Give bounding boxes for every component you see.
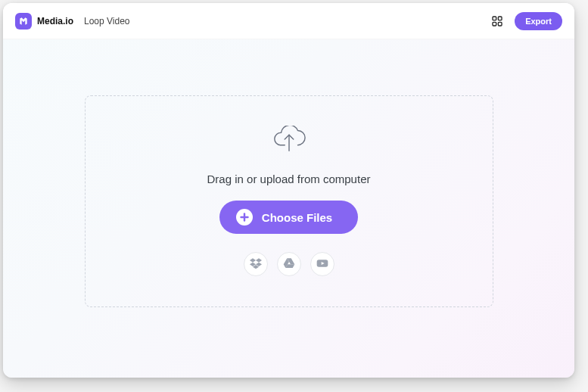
- svg-rect-1: [498, 17, 502, 20]
- dropbox-source-button[interactable]: [244, 252, 268, 276]
- header-bar: Media.io Loop Video Export: [3, 3, 574, 39]
- youtube-source-button[interactable]: [310, 252, 334, 276]
- brand-logo-icon: [15, 13, 32, 30]
- dropzone-instruction: Drag in or upload from computer: [207, 173, 371, 185]
- export-button[interactable]: Export: [515, 12, 562, 30]
- svg-rect-0: [493, 17, 496, 20]
- header-actions: Export: [490, 12, 562, 30]
- plus-circle-icon: [236, 209, 253, 226]
- dropbox-icon: [250, 257, 262, 272]
- apps-grid-icon[interactable]: [490, 14, 504, 28]
- cloud-upload-icon: [272, 126, 306, 156]
- google-drive-source-button[interactable]: [277, 252, 301, 276]
- choose-files-label: Choose Files: [262, 211, 332, 224]
- app-window: Media.io Loop Video Export: [3, 3, 574, 378]
- choose-files-button[interactable]: Choose Files: [219, 201, 358, 234]
- svg-rect-3: [498, 22, 502, 26]
- main-area: Drag in or upload from computer Choose F…: [3, 39, 574, 378]
- brand-name: Media.io: [37, 16, 73, 26]
- google-drive-icon: [283, 257, 295, 272]
- export-button-label: Export: [525, 17, 552, 26]
- page-title: Loop Video: [84, 16, 130, 26]
- source-row: [244, 252, 334, 276]
- brand-block[interactable]: Media.io: [15, 13, 73, 30]
- upload-dropzone[interactable]: Drag in or upload from computer Choose F…: [85, 95, 493, 307]
- youtube-icon: [316, 257, 328, 272]
- svg-rect-2: [493, 22, 496, 26]
